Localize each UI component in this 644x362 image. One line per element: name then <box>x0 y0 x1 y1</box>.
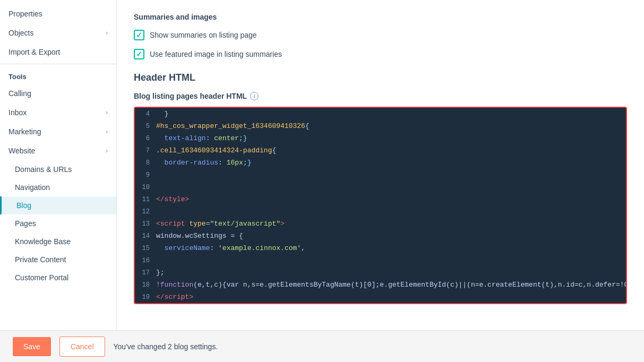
line-content: .cell_16346093414324-padding{ <box>154 144 626 157</box>
line-content: }; <box>154 266 626 279</box>
line-number: 18 <box>135 279 154 291</box>
line-number: 9 <box>135 169 154 181</box>
line-number: 6 <box>135 132 154 144</box>
checkbox-row-summaries: Show summaries on listing page <box>134 30 627 40</box>
line-number: 13 <box>135 218 154 230</box>
code-line: 19</script> <box>135 291 626 303</box>
chevron-down-icon: › <box>106 109 108 116</box>
code-line: 8 border-radius: 16px;} <box>135 157 626 169</box>
sidebar-item-calling[interactable]: Calling <box>0 84 116 103</box>
summaries-section-title: Summaries and images <box>134 13 627 21</box>
save-button[interactable]: Save <box>13 337 51 356</box>
code-line: 18!function(e,t,c){var n,s=e.getElements… <box>135 279 626 291</box>
sidebar-item-label: Properties <box>8 10 42 18</box>
show-summaries-label: Show summaries on listing page <box>150 31 257 39</box>
code-line: 17}; <box>135 266 626 279</box>
line-content: window.wcSettings = { <box>154 230 626 242</box>
line-number: 11 <box>135 193 154 205</box>
sidebar-item-import-export[interactable]: Import & Export <box>0 42 116 62</box>
footer: Save Cancel You've changed 2 blog settin… <box>0 330 644 362</box>
sidebar-sub-item-blog[interactable]: Blog <box>0 196 116 214</box>
code-line: 11</style> <box>135 193 626 205</box>
code-line: 10 <box>135 181 626 193</box>
line-number: 10 <box>135 181 154 193</box>
line-content <box>154 254 626 266</box>
line-content: #hs_cos_wrapper_widget_1634609410326{ <box>154 120 626 132</box>
line-number: 7 <box>135 144 154 157</box>
checkbox-row-featured-image: Use featured image in listing summaries <box>134 49 627 59</box>
chevron-down-icon: › <box>106 147 108 154</box>
line-number: 17 <box>135 266 154 279</box>
line-content: text-align: center;} <box>154 132 626 144</box>
tools-section-header: Tools <box>0 66 116 84</box>
sidebar-sub-item-pages[interactable]: Pages <box>0 214 116 232</box>
line-number: 5 <box>135 120 154 132</box>
line-content: border-radius: 16px;} <box>154 157 626 169</box>
sidebar-sub-item-private-content[interactable]: Private Content <box>0 251 116 269</box>
field-label-blog-header: Blog listing pages header HTML i <box>134 92 627 100</box>
sidebar-item-label: Website <box>8 146 35 155</box>
line-number: 14 <box>135 230 154 242</box>
sidebar-item-marketing[interactable]: Marketing › <box>0 122 116 141</box>
sidebar-item-label: Objects <box>8 29 33 37</box>
show-summaries-checkbox[interactable] <box>134 30 144 40</box>
code-line: 4 } <box>135 108 626 120</box>
sidebar-item-inbox[interactable]: Inbox › <box>0 103 116 122</box>
line-content <box>154 169 626 181</box>
line-content: !function(e,t,c){var n,s=e.getElementsBy… <box>154 279 626 291</box>
chevron-down-icon: › <box>106 128 108 135</box>
code-line: 14window.wcSettings = { <box>135 230 626 242</box>
sidebar-item-label: Marketing <box>8 127 41 136</box>
sidebar-sub-item-domains-urls[interactable]: Domains & URLs <box>0 160 116 178</box>
line-number: 15 <box>135 242 154 254</box>
sidebar-item-website[interactable]: Website › <box>0 141 116 160</box>
line-number: 8 <box>135 157 154 169</box>
sidebar-item-label: Import & Export <box>8 48 60 56</box>
line-content: <script type="text/javascript"> <box>154 218 626 230</box>
sidebar-sub-item-knowledge-base[interactable]: Knowledge Base <box>0 232 116 251</box>
code-line: 5#hs_cos_wrapper_widget_1634609410326{ <box>135 120 626 132</box>
sidebar: Properties Objects › Import & Export Too… <box>0 0 117 330</box>
line-content: } <box>154 108 626 120</box>
sidebar-item-properties[interactable]: Properties <box>0 4 116 23</box>
sidebar-sub-item-customer-portal[interactable]: Customer Portal <box>0 269 116 287</box>
featured-image-label: Use featured image in listing summaries <box>150 50 282 58</box>
code-line: 13<script type="text/javascript"> <box>135 218 626 230</box>
sidebar-item-label: Calling <box>8 89 31 98</box>
line-number: 12 <box>135 205 154 218</box>
code-line: 16 <box>135 254 626 266</box>
code-line: 6 text-align: center;} <box>135 132 626 144</box>
header-html-title: Header HTML <box>134 72 627 83</box>
cancel-button[interactable]: Cancel <box>59 337 105 357</box>
main-content: Summaries and images Show summaries on l… <box>117 0 644 330</box>
line-content <box>154 205 626 218</box>
code-line: 7.cell_16346093414324-padding{ <box>135 144 626 157</box>
sidebar-sub-item-navigation[interactable]: Navigation <box>0 178 116 196</box>
line-content <box>154 181 626 193</box>
line-content: serviceName: 'example.cinnox.com', <box>154 242 626 254</box>
line-number: 4 <box>135 108 154 120</box>
code-line: 12 <box>135 205 626 218</box>
sidebar-item-label: Inbox <box>8 108 27 117</box>
sidebar-item-objects[interactable]: Objects › <box>0 23 116 42</box>
line-number: 19 <box>135 291 154 303</box>
line-content: </script> <box>154 291 626 303</box>
chevron-down-icon: › <box>106 29 108 37</box>
info-icon[interactable]: i <box>250 92 259 100</box>
code-line: 9 <box>135 169 626 181</box>
code-editor[interactable]: 4 }5#hs_cos_wrapper_widget_1634609410326… <box>134 107 627 304</box>
footer-message: You've changed 2 blog settings. <box>114 342 218 351</box>
featured-image-checkbox[interactable] <box>134 49 144 59</box>
code-line: 15 serviceName: 'example.cinnox.com', <box>135 242 626 254</box>
line-number: 16 <box>135 254 154 266</box>
line-content: </style> <box>154 193 626 205</box>
